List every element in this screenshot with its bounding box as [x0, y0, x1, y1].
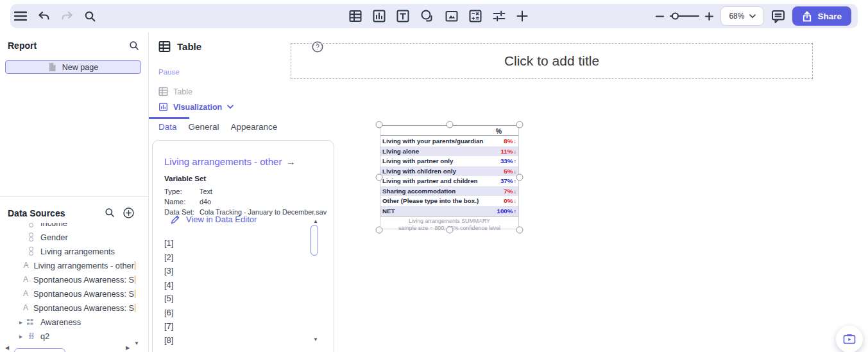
tutorial-video-button[interactable]: [836, 326, 863, 352]
page-icon: [48, 62, 56, 72]
search-icon[interactable]: [84, 10, 96, 22]
tab-data[interactable]: Data: [158, 122, 177, 132]
tab-appearance[interactable]: Appearance: [231, 122, 278, 132]
table-row: Living with children only 5%: [380, 166, 518, 177]
zoom-percent-dropdown[interactable]: 68%: [720, 6, 764, 26]
row-label: Living with partner only: [380, 157, 454, 164]
zoom-out-icon[interactable]: [655, 12, 665, 21]
raw-values-list: [1] [2] [3] [4] [5] [6] [7] [8]: [164, 238, 173, 349]
selection-handle[interactable]: [516, 227, 523, 234]
row-label: NET: [380, 207, 395, 215]
row-label: Living alone: [380, 148, 419, 155]
scroll-right-icon[interactable]: ▶: [126, 345, 130, 351]
redo-icon[interactable]: [61, 11, 73, 21]
report-search-icon[interactable]: [129, 40, 139, 51]
visualization-type-icon: [158, 102, 168, 112]
selection-handle[interactable]: [376, 174, 383, 181]
data-source-label: Gender: [40, 233, 68, 242]
chevron-down-icon: [749, 14, 756, 19]
clipped-bottom-button[interactable]: [14, 348, 65, 352]
zoom-percent-value: 68%: [729, 12, 744, 21]
comments-icon[interactable]: [770, 9, 786, 24]
insert-table-icon[interactable]: [348, 9, 362, 23]
row-value: 8%: [504, 137, 518, 145]
view-in-data-editor-link[interactable]: View in Data Editor: [171, 215, 257, 224]
truncation-marker: [135, 261, 135, 270]
variable-set-card: Living arrangements - other→ Variable Se…: [152, 140, 334, 352]
data-source-item[interactable]: Spontaneous Awareness: S: [0, 286, 135, 301]
undo-icon[interactable]: [38, 11, 50, 21]
new-page-label: New page: [62, 63, 98, 72]
data-source-item[interactable]: Income: [0, 223, 135, 230]
insert-text-icon[interactable]: [396, 9, 410, 23]
data-source-item[interactable]: Living arrangements - other: [0, 258, 135, 272]
data-source-item[interactable]: q2: [0, 329, 135, 343]
variable-type-icon: [28, 223, 35, 227]
zoom-slider-knob[interactable]: [672, 13, 679, 20]
insert-shape-icon[interactable]: [420, 9, 435, 23]
data-source-label: Income: [40, 223, 67, 228]
insert-calculation-icon[interactable]: [468, 9, 482, 23]
share-button[interactable]: Share: [792, 6, 851, 26]
selection-handle[interactable]: [446, 121, 453, 128]
data-source-item[interactable]: Awareness: [0, 315, 135, 329]
scroll-left-icon[interactable]: ◀: [5, 345, 9, 351]
selection-handle[interactable]: [516, 121, 523, 128]
row-value: 5%: [504, 168, 518, 175]
expand-caret-icon[interactable]: [19, 319, 28, 326]
object-inspector-panel: Table ? Pause Table Visualization Data G…: [149, 32, 334, 352]
page-title-placeholder[interactable]: Click to add title: [291, 43, 813, 79]
data-sources-section: Data Sources Income: [0, 196, 148, 352]
truncation-marker: [135, 276, 135, 284]
share-upload-icon: [802, 11, 812, 22]
add-data-source-icon[interactable]: [123, 207, 134, 218]
data-source-item[interactable]: Living arrangements: [0, 244, 135, 258]
footnote-line-1: Living arrangements SUMMARY: [380, 218, 518, 225]
filters-settings-icon[interactable]: [492, 9, 506, 23]
view-in-data-editor-label: View in Data Editor: [186, 215, 257, 224]
scroll-up-icon[interactable]: ▲: [313, 218, 318, 224]
output-type-table[interactable]: Table: [158, 87, 192, 96]
zoom-in-icon[interactable]: [704, 12, 714, 21]
vertical-scrollbar-thumb[interactable]: [311, 225, 318, 256]
zoom-slider-track[interactable]: [670, 15, 699, 17]
selection-handle[interactable]: [516, 174, 523, 181]
variable-type-icon: [23, 303, 28, 312]
tab-general[interactable]: General: [189, 122, 219, 132]
output-type-visualization[interactable]: Visualization: [158, 102, 234, 112]
variable-type-icon: [23, 289, 28, 298]
raw-value-row: [1]: [164, 238, 173, 252]
row-label: Living with children only: [380, 168, 456, 175]
field-row: Name: d4o: [164, 197, 327, 207]
table-row: NET 100%: [380, 206, 518, 216]
variable-set-link[interactable]: Living arrangements - other→: [164, 156, 295, 167]
data-source-item[interactable]: Spontaneous Awareness: S: [0, 272, 135, 286]
data-sources-search-icon[interactable]: [105, 207, 115, 218]
truncation-marker: [135, 304, 135, 312]
data-source-label: Living arrangements - other: [34, 261, 135, 270]
raw-value-row: [8]: [164, 335, 173, 349]
data-source-item[interactable]: Spontaneous Awareness: S: [0, 301, 135, 315]
table-row: Living with partner only 33%: [380, 156, 518, 166]
field-label: Type:: [164, 188, 200, 195]
scroll-down-icon[interactable]: ▼: [134, 340, 139, 346]
field-row: Type: Text: [164, 186, 327, 197]
pencil-icon: [171, 215, 180, 224]
summary-table-visualization[interactable]: % Living with your parents/guardian 8% L…: [380, 125, 519, 229]
selection-handle[interactable]: [376, 227, 383, 234]
raw-value-row: [4]: [164, 280, 173, 294]
scroll-down-icon[interactable]: ▼: [313, 337, 318, 342]
row-label: Other (Please type into the box.): [380, 197, 479, 204]
pause-link[interactable]: Pause: [158, 68, 180, 76]
data-source-item[interactable]: Gender: [0, 230, 135, 244]
insert-image-icon[interactable]: [445, 9, 459, 23]
selection-handle[interactable]: [376, 121, 383, 128]
table-row: Other (Please type into the box.) 0%: [380, 196, 518, 206]
expand-caret-icon[interactable]: [19, 333, 28, 340]
insert-chart-icon[interactable]: [372, 9, 386, 23]
selection-handle[interactable]: [446, 227, 453, 234]
hamburger-menu-icon[interactable]: [14, 11, 27, 21]
add-more-icon[interactable]: [516, 10, 529, 22]
variable-type-icon: [28, 247, 35, 256]
new-page-button[interactable]: New page: [5, 60, 141, 74]
